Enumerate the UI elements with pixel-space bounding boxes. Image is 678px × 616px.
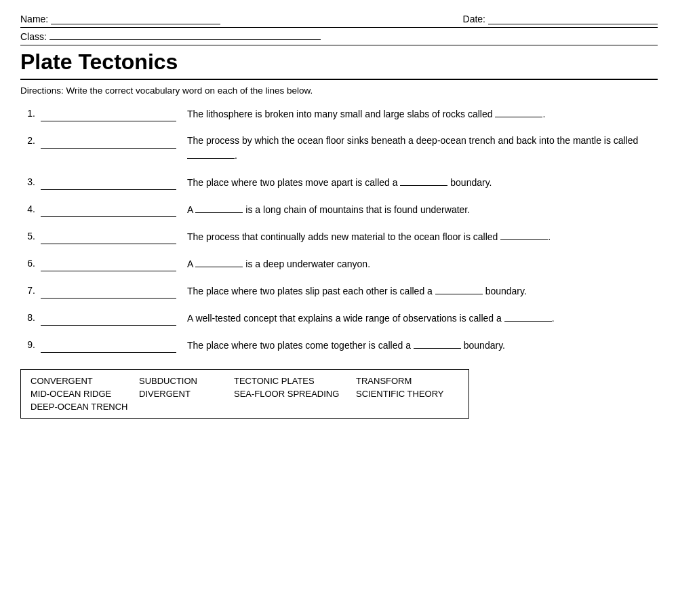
vocab-item [353, 401, 462, 412]
class-label: Class: [20, 31, 47, 42]
date-label: Date: [463, 14, 485, 24]
question-number: 6. [20, 256, 35, 269]
question-text: The place where two plates slip past eac… [182, 284, 658, 299]
header-row: Name: Date: [20, 14, 658, 28]
vocab-item: SUBDUCTION [136, 375, 231, 387]
question-number: 3. [20, 175, 35, 187]
inline-blank [435, 284, 483, 294]
question-number: 8. [20, 311, 35, 323]
answer-line [41, 285, 176, 299]
name-input-line [51, 14, 220, 24]
page-title: Plate Tectonics [20, 50, 658, 80]
question-number: 2. [20, 134, 35, 146]
class-input-line [49, 29, 321, 40]
inline-blank [414, 338, 461, 349]
class-row: Class: [20, 29, 658, 45]
question-item: 3.The place where two plates move apart … [20, 175, 658, 190]
inline-blank [500, 229, 548, 240]
directions-text: Directions: Write the correct vocabulary… [20, 85, 658, 96]
answer-line [41, 135, 176, 149]
vocab-item: TECTONIC PLATES [231, 375, 353, 387]
date-field: Date: [463, 14, 658, 24]
question-item: 7.The place where two plates slip past e… [20, 284, 658, 299]
question-text: The process by which the ocean floor sin… [182, 134, 658, 163]
answer-line [41, 176, 176, 190]
question-number: 5. [20, 229, 35, 242]
answer-line [41, 312, 176, 326]
inline-blank [495, 107, 542, 117]
vocab-item: MID-OCEAN RIDGE [28, 388, 136, 400]
answer-line [41, 231, 176, 244]
inline-blank [187, 148, 235, 159]
vocab-item: CONVERGENT [28, 375, 136, 387]
questions-list: 1.The lithosphere is broken into many sm… [20, 107, 658, 353]
vocab-item: TRANSFORM [353, 375, 462, 387]
name-label: Name: [20, 14, 48, 24]
vocab-item: DIVERGENT [136, 388, 231, 400]
question-text: The lithosphere is broken into many smal… [182, 107, 658, 121]
question-item: 2.The process by which the ocean floor s… [20, 134, 658, 163]
inline-blank [195, 202, 243, 213]
question-text: The place where two plates move apart is… [182, 175, 658, 190]
name-field: Name: [20, 14, 220, 24]
question-number: 1. [20, 107, 35, 119]
question-number: 9. [20, 338, 35, 350]
question-item: 5.The process that continually adds new … [20, 229, 658, 244]
question-number: 4. [20, 202, 35, 214]
vocabulary-box: CONVERGENTSUBDUCTIONTECTONIC PLATESTRANS… [20, 369, 658, 419]
date-input-line [488, 14, 658, 24]
answer-line [41, 258, 176, 271]
answer-line [41, 204, 176, 217]
question-text: A well-tested concept that explains a wi… [182, 311, 658, 326]
inline-blank [195, 256, 243, 267]
question-text: A is a deep underwater canyon. [182, 256, 658, 271]
vocab-item: SEA-FLOOR SPREADING [231, 388, 353, 400]
answer-line [41, 108, 176, 121]
inline-blank [504, 311, 552, 322]
vocab-item [231, 401, 353, 412]
vocab-item [136, 401, 231, 412]
question-item: 1.The lithosphere is broken into many sm… [20, 107, 658, 121]
question-item: 8.A well-tested concept that explains a … [20, 311, 658, 326]
question-text: The process that continually adds new ma… [182, 229, 658, 244]
answer-line [41, 339, 176, 353]
inline-blank [400, 175, 447, 186]
question-text: A is a long chain of mountains that is f… [182, 202, 658, 217]
vocab-item: SCIENTIFIC THEORY [353, 388, 462, 400]
question-item: 4.A is a long chain of mountains that is… [20, 202, 658, 217]
vocab-item: DEEP-OCEAN TRENCH [28, 401, 136, 412]
question-number: 7. [20, 284, 35, 296]
question-item: 6.A is a deep underwater canyon. [20, 256, 658, 271]
question-text: The place where two plates come together… [182, 338, 658, 353]
question-item: 9.The place where two plates come togeth… [20, 338, 658, 353]
